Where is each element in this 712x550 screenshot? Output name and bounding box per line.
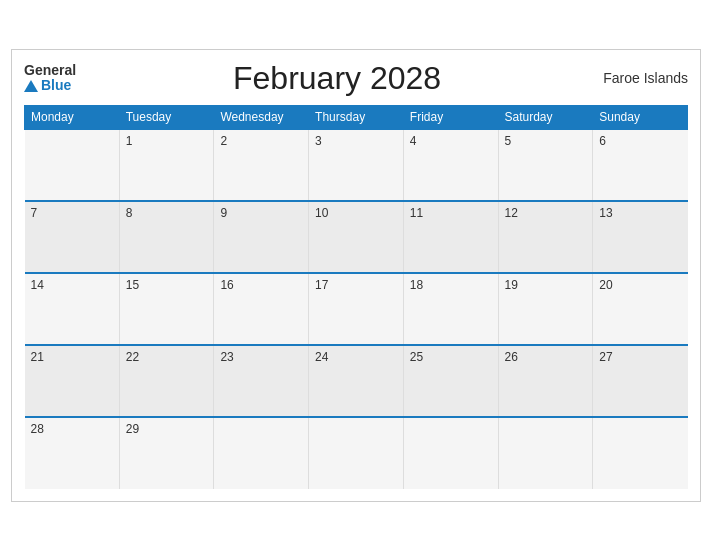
week-row-3: 14151617181920 bbox=[25, 273, 688, 345]
calendar-title: February 2028 bbox=[76, 60, 598, 97]
day-header-wednesday: Wednesday bbox=[214, 105, 309, 129]
calendar-cell: 10 bbox=[309, 201, 404, 273]
calendar-tbody: 1234567891011121314151617181920212223242… bbox=[25, 129, 688, 489]
day-header-tuesday: Tuesday bbox=[119, 105, 214, 129]
calendar-cell: 29 bbox=[119, 417, 214, 489]
week-row-4: 21222324252627 bbox=[25, 345, 688, 417]
calendar-cell: 27 bbox=[593, 345, 688, 417]
calendar-container: General Blue February 2028 Faroe Islands… bbox=[11, 49, 701, 502]
calendar-cell: 24 bbox=[309, 345, 404, 417]
calendar-cell: 5 bbox=[498, 129, 593, 201]
calendar-cell: 21 bbox=[25, 345, 120, 417]
calendar-cell: 19 bbox=[498, 273, 593, 345]
calendar-cell: 28 bbox=[25, 417, 120, 489]
calendar-cell: 18 bbox=[403, 273, 498, 345]
calendar-cell: 20 bbox=[593, 273, 688, 345]
calendar-cell: 14 bbox=[25, 273, 120, 345]
week-row-5: 2829 bbox=[25, 417, 688, 489]
day-header-friday: Friday bbox=[403, 105, 498, 129]
calendar-cell: 22 bbox=[119, 345, 214, 417]
calendar-cell: 16 bbox=[214, 273, 309, 345]
calendar-cell: 8 bbox=[119, 201, 214, 273]
day-header-monday: Monday bbox=[25, 105, 120, 129]
calendar-table: MondayTuesdayWednesdayThursdayFridaySatu… bbox=[24, 105, 688, 489]
calendar-cell bbox=[403, 417, 498, 489]
week-row-2: 78910111213 bbox=[25, 201, 688, 273]
calendar-cell: 25 bbox=[403, 345, 498, 417]
calendar-cell: 4 bbox=[403, 129, 498, 201]
logo: General Blue bbox=[24, 63, 76, 94]
calendar-cell: 1 bbox=[119, 129, 214, 201]
calendar-cell: 11 bbox=[403, 201, 498, 273]
logo-general-text: General bbox=[24, 63, 76, 78]
day-header-thursday: Thursday bbox=[309, 105, 404, 129]
calendar-header: General Blue February 2028 Faroe Islands bbox=[24, 60, 688, 97]
day-header-sunday: Sunday bbox=[593, 105, 688, 129]
calendar-cell bbox=[214, 417, 309, 489]
days-header-row: MondayTuesdayWednesdayThursdayFridaySatu… bbox=[25, 105, 688, 129]
week-row-1: 123456 bbox=[25, 129, 688, 201]
calendar-cell: 23 bbox=[214, 345, 309, 417]
calendar-cell bbox=[25, 129, 120, 201]
day-header-saturday: Saturday bbox=[498, 105, 593, 129]
calendar-cell bbox=[498, 417, 593, 489]
calendar-cell: 7 bbox=[25, 201, 120, 273]
calendar-cell bbox=[593, 417, 688, 489]
calendar-cell: 3 bbox=[309, 129, 404, 201]
logo-blue-text: Blue bbox=[24, 78, 71, 93]
calendar-thead: MondayTuesdayWednesdayThursdayFridaySatu… bbox=[25, 105, 688, 129]
calendar-cell: 9 bbox=[214, 201, 309, 273]
calendar-cell: 2 bbox=[214, 129, 309, 201]
logo-triangle-icon bbox=[24, 80, 38, 92]
calendar-cell: 15 bbox=[119, 273, 214, 345]
calendar-region: Faroe Islands bbox=[598, 70, 688, 86]
calendar-cell: 26 bbox=[498, 345, 593, 417]
calendar-cell: 6 bbox=[593, 129, 688, 201]
calendar-cell: 13 bbox=[593, 201, 688, 273]
calendar-cell: 12 bbox=[498, 201, 593, 273]
calendar-cell: 17 bbox=[309, 273, 404, 345]
calendar-cell bbox=[309, 417, 404, 489]
